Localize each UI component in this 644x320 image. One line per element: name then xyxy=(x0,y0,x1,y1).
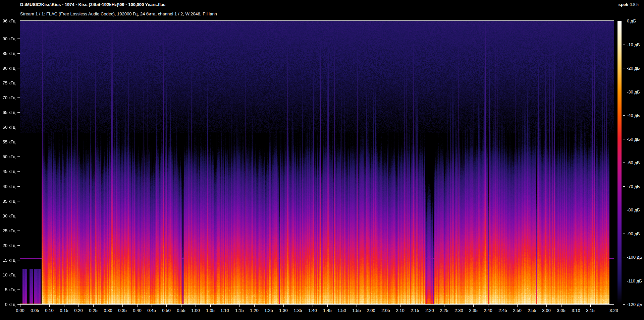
time-tick xyxy=(225,305,225,307)
freq-tick-label: 15 кГц xyxy=(0,258,15,263)
freq-tick-label: 30 кГц xyxy=(0,213,15,218)
time-tick xyxy=(108,305,108,307)
time-tick-label: 2:25 xyxy=(436,308,452,313)
time-tick xyxy=(269,305,269,307)
time-tick xyxy=(473,305,474,307)
freq-tick xyxy=(17,290,20,290)
time-tick xyxy=(430,305,430,307)
time-tick-label: 0:35 xyxy=(115,308,130,313)
db-tick-label: -80 дБ xyxy=(627,207,640,212)
time-tick-label: 0:50 xyxy=(159,308,174,313)
freq-tick-label: 96 кГц xyxy=(0,18,15,23)
freq-tick-label: 10 кГц xyxy=(0,272,15,277)
spectrogram-frame xyxy=(20,20,614,305)
db-tick-label: -10 дБ xyxy=(627,42,640,47)
time-tick xyxy=(78,305,79,307)
freq-tick xyxy=(17,156,20,157)
freq-tick-label: 35 кГц xyxy=(0,199,15,204)
db-tick xyxy=(623,281,625,281)
time-tick xyxy=(459,305,459,307)
freq-tick xyxy=(17,201,20,201)
freq-tick-label: 45 кГц xyxy=(0,169,15,174)
time-tick xyxy=(561,305,561,307)
time-tick-label: 1:35 xyxy=(290,308,306,313)
time-tick-label: 0:55 xyxy=(173,308,189,313)
time-tick xyxy=(20,305,20,307)
db-tick-label: -110 дБ xyxy=(627,278,642,283)
time-tick xyxy=(49,305,50,307)
time-tick-label: 0:00 xyxy=(12,308,28,313)
time-tick-label: 1:55 xyxy=(349,308,364,313)
time-tick xyxy=(532,305,532,307)
time-tick-label: 2:35 xyxy=(466,308,481,313)
db-tick-label: 0 дБ xyxy=(627,18,636,23)
db-tick-label: -50 дБ xyxy=(627,137,640,142)
db-tick-label: -70 дБ xyxy=(627,184,640,189)
freq-tick-label: 55 кГц xyxy=(0,139,15,144)
db-tick-label: -40 дБ xyxy=(627,113,640,118)
db-tick xyxy=(623,92,625,92)
freq-tick-label: 25 кГц xyxy=(0,228,15,233)
time-tick-label: 2:50 xyxy=(509,308,525,313)
time-tick xyxy=(342,305,342,307)
time-tick xyxy=(415,305,415,307)
freq-tick-label: 75 кГц xyxy=(0,80,15,85)
db-tick xyxy=(623,21,625,21)
time-tick-label: 0:25 xyxy=(86,308,101,313)
time-tick xyxy=(283,305,284,307)
app-version-badge: spek0.8.5 xyxy=(619,2,639,7)
time-tick-label: 0:15 xyxy=(56,308,72,313)
time-tick-label: 3:15 xyxy=(583,308,598,313)
freq-tick xyxy=(17,231,20,231)
colorbar xyxy=(618,21,622,304)
freq-tick xyxy=(17,304,20,305)
time-tick xyxy=(254,305,255,307)
freq-tick xyxy=(17,171,20,172)
time-tick-label: 1:25 xyxy=(261,308,276,313)
time-tick xyxy=(546,305,547,307)
time-tick-label: 0:30 xyxy=(100,308,116,313)
time-tick xyxy=(590,305,591,307)
time-tick xyxy=(35,305,35,307)
db-tick xyxy=(623,304,625,305)
db-tick-label: -20 дБ xyxy=(627,66,640,71)
time-tick-label: 3:05 xyxy=(553,308,569,313)
freq-tick xyxy=(17,39,20,39)
freq-tick-label: 90 кГц xyxy=(0,36,15,41)
freq-tick xyxy=(17,216,20,216)
time-tick-label: 1:30 xyxy=(276,308,291,313)
time-tick xyxy=(64,305,64,307)
time-tick-label: 1:00 xyxy=(188,308,203,313)
db-tick-label: -30 дБ xyxy=(627,89,640,94)
time-tick-label: 2:55 xyxy=(524,308,540,313)
db-tick-label: -90 дБ xyxy=(627,231,640,236)
time-tick xyxy=(488,305,488,307)
time-tick-label: 1:45 xyxy=(320,308,335,313)
time-tick-label: 2:15 xyxy=(407,308,423,313)
time-tick-label: 2:05 xyxy=(378,308,393,313)
freq-tick xyxy=(17,53,20,54)
db-tick xyxy=(623,186,625,187)
freq-tick xyxy=(17,260,20,260)
time-tick-label: 0:40 xyxy=(129,308,145,313)
time-tick-label: 1:20 xyxy=(247,308,262,313)
db-tick-label: -100 дБ xyxy=(627,255,642,260)
freq-tick-label: 65 кГц xyxy=(0,110,15,115)
db-tick xyxy=(623,68,625,68)
freq-tick xyxy=(17,186,20,187)
time-tick xyxy=(93,305,94,307)
time-tick xyxy=(517,305,518,307)
freq-tick xyxy=(17,112,20,113)
time-tick xyxy=(503,305,503,307)
freq-tick xyxy=(17,21,20,21)
time-tick xyxy=(576,305,576,307)
time-tick-label: 0:20 xyxy=(71,308,86,313)
time-tick xyxy=(614,305,614,307)
app-name: spek xyxy=(619,2,629,7)
stream-info: Stream 1 / 1: FLAC (Free Lossless Audio … xyxy=(20,11,217,16)
db-tick xyxy=(623,257,625,257)
db-tick xyxy=(623,210,625,210)
time-tick xyxy=(152,305,152,307)
time-tick-label: 0:05 xyxy=(27,308,43,313)
time-tick xyxy=(166,305,167,307)
